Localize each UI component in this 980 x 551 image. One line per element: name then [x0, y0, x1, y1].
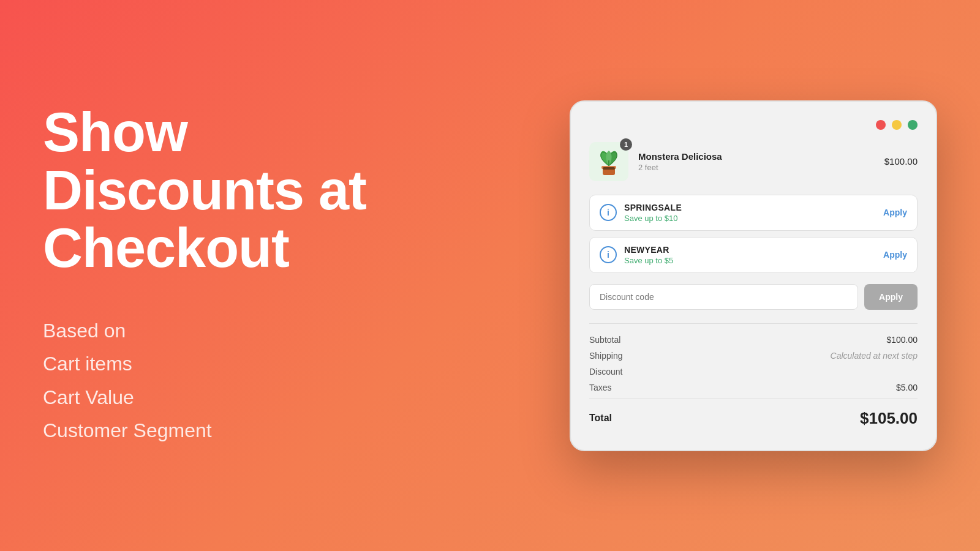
page-title: Show Discounts at Checkout: [43, 103, 521, 277]
discount-savings-newyear: Save up to $5: [624, 256, 883, 265]
summary-row-taxes: Taxes $5.00: [589, 383, 918, 392]
based-on-list: Based on Cart items Cart Value Customer …: [43, 314, 521, 448]
discount-tag-springsale: i SPRINGSALE Save up to $10 Apply: [589, 195, 918, 231]
subtotal-value: $100.00: [886, 335, 918, 345]
shipping-label: Shipping: [589, 351, 623, 361]
based-on-label: Based on: [43, 314, 521, 347]
total-row: Total $105.00: [589, 399, 918, 428]
list-item-customer-segment: Customer Segment: [43, 414, 521, 447]
info-icon-newyear: i: [600, 246, 617, 263]
list-item-cart-value: Cart Value: [43, 381, 521, 414]
discount-code-newyear: NEWYEAR: [624, 245, 883, 255]
window-controls: [589, 120, 918, 130]
shipping-value: Calculated at next step: [831, 351, 918, 361]
discount-input-row: Apply: [589, 284, 918, 310]
total-label: Total: [589, 413, 612, 424]
product-badge: 1: [620, 138, 632, 151]
summary-row-subtotal: Subtotal $100.00: [589, 335, 918, 345]
taxes-value: $5.00: [896, 383, 918, 392]
right-panel: 1 Monstera Deliciosa 2 feet $100.00 i SP…: [557, 100, 949, 451]
taxes-label: Taxes: [589, 383, 612, 392]
apply-button-springsale[interactable]: Apply: [883, 208, 907, 217]
discount-savings-springsale: Save up to $10: [624, 214, 883, 223]
discount-tag-content-newyear: NEWYEAR Save up to $5: [624, 245, 883, 265]
window-dot-green[interactable]: [908, 120, 918, 130]
subtotal-label: Subtotal: [589, 335, 620, 345]
product-variant: 2 feet: [638, 163, 884, 172]
window-dot-yellow[interactable]: [892, 120, 902, 130]
apply-button-newyear[interactable]: Apply: [883, 250, 907, 260]
discount-code-input[interactable]: [589, 284, 858, 310]
product-row: 1 Monstera Deliciosa 2 feet $100.00: [589, 142, 918, 181]
total-value: $105.00: [860, 409, 918, 428]
product-price: $100.00: [884, 156, 918, 167]
discount-code-springsale: SPRINGSALE: [624, 203, 883, 212]
svg-rect-2: [603, 167, 615, 170]
discount-apply-button[interactable]: Apply: [864, 284, 918, 310]
checkout-card: 1 Monstera Deliciosa 2 feet $100.00 i SP…: [570, 100, 937, 451]
summary-row-shipping: Shipping Calculated at next step: [589, 351, 918, 361]
info-icon-springsale: i: [600, 204, 617, 221]
discount-label: Discount: [589, 367, 622, 377]
product-image-wrapper: 1: [589, 142, 628, 181]
summary-row-discount: Discount: [589, 367, 918, 377]
window-dot-red[interactable]: [876, 120, 886, 130]
list-item-cart-items: Cart items: [43, 347, 521, 380]
order-summary: Subtotal $100.00 Shipping Calculated at …: [589, 323, 918, 428]
product-name: Monstera Deliciosa: [638, 151, 884, 162]
discount-tag-content-springsale: SPRINGSALE Save up to $10: [624, 203, 883, 223]
left-panel: Show Discounts at Checkout Based on Cart…: [0, 67, 557, 484]
product-info: Monstera Deliciosa 2 feet: [638, 151, 884, 172]
discount-tag-newyear: i NEWYEAR Save up to $5 Apply: [589, 237, 918, 273]
